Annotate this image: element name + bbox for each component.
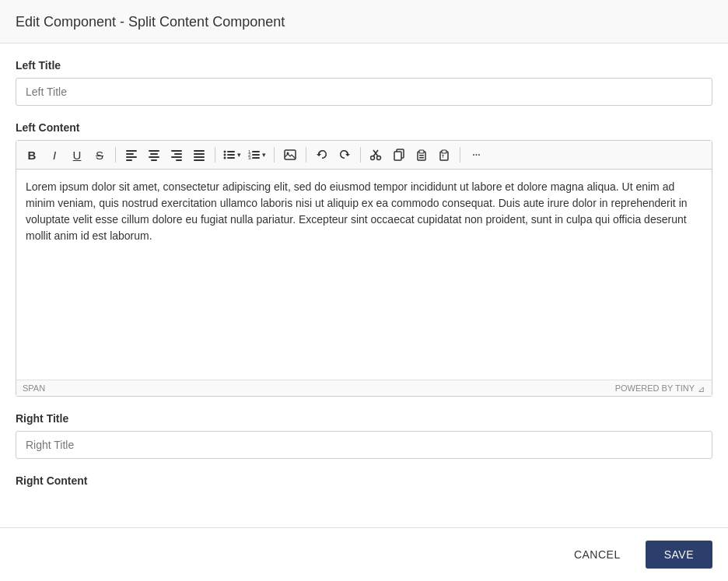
format-group: B I U S [21, 144, 110, 166]
numbered-list-button[interactable]: 1. 2. 3. ▾ [245, 144, 269, 166]
svg-point-20 [224, 157, 226, 159]
numbered-list-icon: 1. 2. 3. [248, 149, 261, 161]
modal-container: Edit Component - Split Content Component… [0, 0, 728, 581]
svg-rect-36 [419, 155, 424, 156]
svg-rect-35 [419, 150, 424, 153]
powered-by-label: POWERED BY TINY [615, 383, 695, 393]
cancel-button[interactable]: CANCEL [558, 541, 636, 569]
svg-rect-9 [174, 153, 182, 155]
left-content-editor-area[interactable]: Lorem ipsum dolor sit amet, consectetur … [16, 170, 712, 380]
image-icon [284, 149, 296, 161]
history-group [311, 144, 355, 166]
svg-rect-15 [194, 159, 205, 161]
svg-point-30 [371, 156, 375, 160]
svg-rect-5 [150, 153, 158, 155]
modal-body: Left Title Left Content B I U S [0, 44, 728, 527]
redo-button[interactable] [334, 144, 355, 166]
svg-rect-12 [194, 150, 205, 152]
modal-footer: CANCEL SAVE [0, 527, 728, 581]
italic-button[interactable]: I [44, 144, 65, 166]
svg-point-18 [224, 154, 226, 156]
svg-text:T: T [442, 154, 444, 159]
editor-footer: SPAN POWERED BY TINY ⊿ [16, 380, 712, 396]
undo-icon [316, 149, 328, 161]
divider-2 [215, 147, 215, 163]
svg-rect-4 [149, 150, 159, 152]
paste-text-icon: T [438, 149, 450, 161]
right-content-label: Right Content [16, 474, 712, 487]
align-center-button[interactable] [143, 144, 165, 166]
svg-rect-33 [394, 152, 401, 160]
svg-rect-3 [126, 159, 132, 161]
numbered-list-chevron: ▾ [262, 151, 266, 159]
paste-text-button[interactable]: T [433, 144, 455, 166]
right-title-label: Right Title [16, 412, 712, 425]
undo-button[interactable] [311, 144, 333, 166]
svg-rect-0 [126, 150, 137, 152]
right-title-input[interactable] [16, 431, 712, 459]
left-content-editor: B I U S [16, 140, 712, 397]
modal-title: Edit Component - Split Content Component [16, 14, 285, 30]
align-left-button[interactable] [121, 144, 142, 166]
clipboard-group: T [366, 144, 455, 166]
editor-span-indicator: SPAN [23, 383, 45, 393]
svg-rect-17 [227, 151, 235, 152]
svg-rect-1 [126, 153, 134, 155]
cut-icon [370, 149, 383, 161]
align-right-icon [170, 149, 183, 161]
svg-rect-23 [252, 151, 260, 152]
svg-rect-25 [252, 154, 260, 156]
svg-rect-27 [252, 157, 260, 159]
powered-by-group: POWERED BY TINY ⊿ [615, 383, 705, 393]
left-title-label: Left Title [16, 59, 712, 72]
svg-rect-19 [227, 154, 235, 156]
paste-icon [415, 149, 428, 161]
svg-rect-6 [149, 156, 159, 158]
svg-rect-7 [151, 159, 157, 161]
paste-button[interactable] [411, 144, 432, 166]
svg-rect-10 [171, 156, 182, 158]
divider-6 [460, 147, 460, 163]
align-center-icon [148, 149, 160, 161]
bullet-list-chevron: ▾ [237, 151, 241, 159]
editor-toolbar: B I U S [16, 141, 712, 170]
right-title-field-group: Right Title [16, 412, 712, 459]
align-left-icon [125, 149, 138, 161]
right-content-field-group: Right Content [16, 474, 712, 487]
underline-button[interactable]: U [66, 144, 88, 166]
list-group: ▾ 1. 2. 3. ▾ [220, 144, 269, 166]
divider-1 [115, 147, 116, 163]
redo-icon [338, 149, 351, 161]
left-title-field-group: Left Title [16, 59, 712, 106]
more-button[interactable]: ··· [465, 144, 487, 166]
svg-rect-11 [176, 159, 182, 161]
align-justify-icon [193, 149, 205, 161]
divider-3 [274, 147, 275, 163]
more-icon: ··· [472, 148, 480, 162]
divider-4 [306, 147, 306, 163]
modal-header: Edit Component - Split Content Component [0, 0, 728, 44]
svg-rect-13 [194, 153, 205, 155]
svg-rect-14 [194, 156, 205, 158]
divider-5 [360, 147, 361, 163]
copy-button[interactable] [388, 144, 410, 166]
svg-rect-39 [442, 150, 446, 153]
cut-button[interactable] [366, 144, 387, 166]
resize-handle[interactable]: ⊿ [698, 384, 705, 392]
svg-rect-21 [227, 157, 235, 159]
save-button[interactable]: SAVE [646, 541, 712, 569]
svg-point-31 [377, 156, 381, 160]
bullet-list-button[interactable]: ▾ [220, 144, 244, 166]
svg-text:3.: 3. [248, 156, 252, 160]
align-justify-button[interactable] [188, 144, 210, 166]
align-right-button[interactable] [166, 144, 187, 166]
svg-rect-8 [171, 150, 182, 152]
insert-image-button[interactable] [279, 144, 301, 166]
copy-icon [393, 149, 405, 161]
left-title-input[interactable] [16, 78, 712, 106]
bold-button[interactable]: B [21, 144, 43, 166]
strikethrough-button[interactable]: S [89, 144, 110, 166]
svg-rect-2 [126, 156, 137, 158]
bullet-list-icon [223, 149, 236, 161]
left-content-field-group: Left Content B I U S [16, 121, 712, 397]
